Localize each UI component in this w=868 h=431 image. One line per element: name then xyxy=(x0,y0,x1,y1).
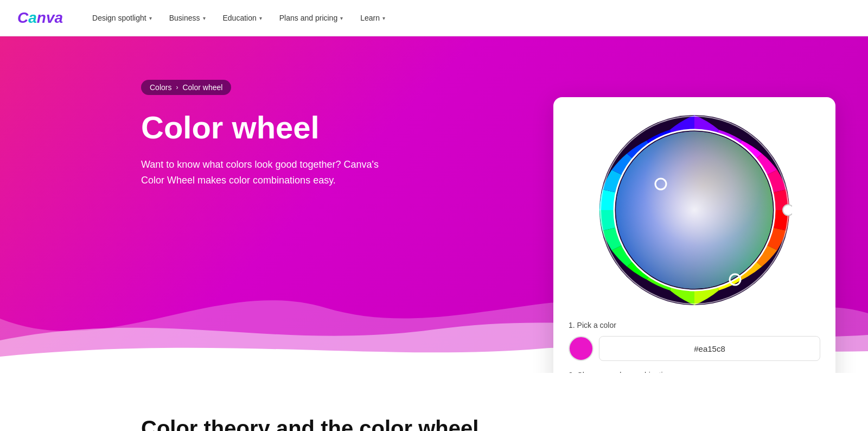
chevron-down-icon: ▾ xyxy=(382,15,385,21)
nav-business[interactable]: Business ▾ xyxy=(162,9,213,27)
bottom-title: Color theory and the color wheel xyxy=(141,416,727,431)
color-wheel-panel: 1. Pick a color 2. Choose a color combin… xyxy=(553,97,835,373)
breadcrumb-colors-link[interactable]: Colors xyxy=(150,83,171,92)
color-swatch[interactable] xyxy=(569,336,593,361)
wheel-white-center xyxy=(616,131,773,289)
nav-learn[interactable]: Learn ▾ xyxy=(353,9,393,27)
hue-selector-handle[interactable] xyxy=(783,205,792,216)
color-input-row xyxy=(569,336,820,361)
step1-label: 1. Pick a color xyxy=(569,321,820,329)
hero-content: Colors › Color wheel Color wheel Want to… xyxy=(0,36,488,231)
breadcrumb: Colors › Color wheel xyxy=(141,80,231,95)
chevron-down-icon: ▾ xyxy=(340,15,343,21)
nav-items: Design spotlight ▾ Business ▾ Education … xyxy=(85,9,393,27)
breadcrumb-separator: › xyxy=(176,84,178,91)
chevron-down-icon: ▾ xyxy=(259,15,262,21)
chevron-down-icon: ▾ xyxy=(149,15,152,21)
hex-input[interactable] xyxy=(599,336,820,361)
navbar: Canva Design spotlight ▾ Business ▾ Educ… xyxy=(0,0,868,36)
bottom-section: Color theory and the color wheel Ever wo… xyxy=(0,373,868,431)
logo[interactable]: Canva xyxy=(17,9,63,27)
step2-label: 2. Choose a color combination xyxy=(569,371,820,373)
color-wheel-container xyxy=(597,112,792,308)
nav-design-spotlight[interactable]: Design spotlight ▾ xyxy=(85,9,159,27)
chevron-down-icon: ▾ xyxy=(203,15,206,21)
hero-subtitle: Want to know what colors look good toget… xyxy=(141,157,401,188)
breadcrumb-current-page: Color wheel xyxy=(182,83,222,92)
nav-education[interactable]: Education ▾ xyxy=(215,9,270,27)
hero-title: Color wheel xyxy=(141,110,488,145)
color-wheel-svg[interactable] xyxy=(597,112,792,308)
nav-plans-pricing[interactable]: Plans and pricing ▾ xyxy=(272,9,350,27)
hero-section: Colors › Color wheel Color wheel Want to… xyxy=(0,36,868,373)
